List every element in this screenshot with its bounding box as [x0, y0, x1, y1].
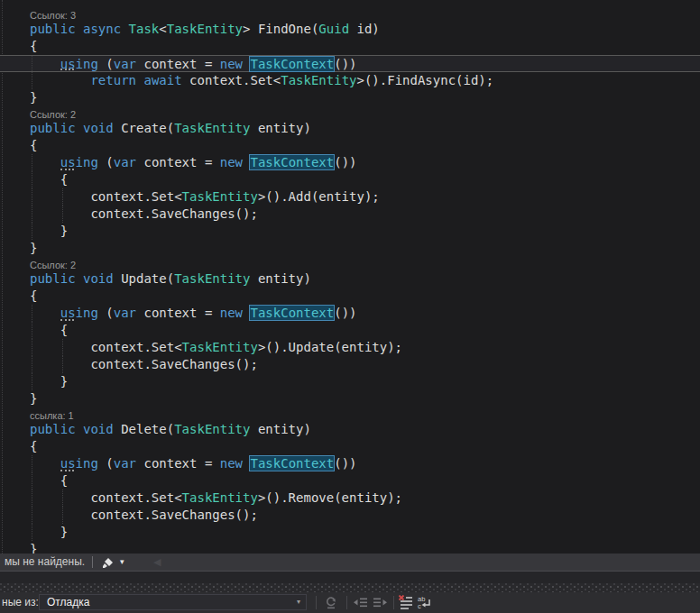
- code-token: FindOne: [258, 22, 311, 36]
- results-message-bar: мы не найдены. ▾ ◀: [0, 554, 700, 572]
- next-message-icon[interactable]: [373, 595, 388, 610]
- code-token: }: [30, 90, 37, 105]
- code-line[interactable]: }: [0, 240, 700, 257]
- code-editor[interactable]: Ссылок: 3public async Task<TaskEntity> F…: [0, 0, 700, 554]
- suggestion-dots: [60, 470, 74, 471]
- code-token: }: [30, 542, 37, 554]
- code-line[interactable]: }: [0, 223, 700, 240]
- code-token: entity): [250, 121, 310, 135]
- code-line[interactable]: {: [0, 38, 700, 55]
- panel-gap: [0, 572, 700, 583]
- code-line[interactable]: context.SaveChanges();: [0, 507, 700, 524]
- separator: [346, 596, 347, 609]
- code-token: id): [349, 22, 380, 36]
- indent-guide: [32, 305, 32, 322]
- code-token: (: [98, 57, 114, 71]
- chevron-down-icon[interactable]: ▾: [120, 554, 124, 571]
- code-token: {: [30, 39, 37, 53]
- code-token: Guid: [318, 22, 349, 36]
- code-line[interactable]: using (var context = new TaskContext()): [0, 305, 700, 322]
- code-line[interactable]: context.Set<TaskEntity>().Add(entity);: [0, 188, 700, 206]
- word-wrap-icon[interactable]: ab c: [417, 595, 432, 610]
- code-line[interactable]: using (var context = new TaskContext()): [0, 55, 700, 72]
- code-token: [30, 456, 60, 471]
- code-line[interactable]: {: [0, 322, 700, 339]
- code-token: (: [167, 271, 174, 286]
- code-token: TaskEntity: [281, 73, 356, 87]
- code-token: {: [30, 323, 68, 337]
- code-line[interactable]: }: [0, 390, 700, 407]
- code-token: ()): [334, 155, 356, 169]
- indent-guide: [32, 72, 32, 89]
- code-line[interactable]: {: [0, 438, 700, 455]
- code-line[interactable]: context.SaveChanges();: [0, 206, 700, 223]
- code-line[interactable]: }: [0, 373, 700, 390]
- codelens-references-link[interactable]: ссылка: 1: [0, 407, 700, 421]
- previous-message-icon[interactable]: [353, 595, 368, 610]
- code-token: ().Add(entity);: [265, 189, 379, 204]
- code-line[interactable]: public void Delete(TaskEntity entity): [0, 421, 700, 438]
- suggestion-dots: [60, 169, 74, 170]
- code-token: var: [114, 155, 136, 169]
- code-token: (: [167, 422, 174, 436]
- highlighted-symbol: TaskContext: [250, 456, 334, 471]
- codelens-label: Ссылок: 2: [30, 109, 76, 120]
- indent-guide: [32, 322, 32, 339]
- suggestion-dots: [60, 319, 74, 321]
- code-line[interactable]: context.Set<TaskEntity>().Update(entity)…: [0, 339, 700, 356]
- code-token: context: [136, 456, 205, 471]
- code-line[interactable]: public async Task<TaskEntity> FindOne(Gu…: [0, 21, 700, 38]
- code-line[interactable]: context.Set<TaskEntity>().Remove(entity)…: [0, 489, 700, 507]
- code-line[interactable]: {: [0, 472, 700, 489]
- code-token: TaskEntity: [182, 340, 258, 354]
- codelens-label: ссылка: 1: [30, 410, 74, 421]
- code-line[interactable]: {: [0, 171, 700, 188]
- codelens-references-link[interactable]: Ссылок: 3: [0, 7, 700, 21]
- code-token: =: [205, 456, 220, 471]
- code-token: <: [174, 490, 181, 505]
- find-message-icon[interactable]: [323, 595, 338, 610]
- code-token: return: [90, 73, 136, 87]
- code-token: [30, 57, 60, 71]
- code-line[interactable]: }: [0, 89, 700, 106]
- clear-all-icon[interactable]: [398, 595, 413, 610]
- highlighted-symbol: TaskContext: [250, 155, 334, 169]
- clear-filter-brush-icon[interactable]: [101, 555, 115, 570]
- code-token: using: [60, 155, 98, 169]
- code-token: }: [30, 391, 37, 406]
- code-token: {: [30, 439, 37, 453]
- code-token: new: [220, 155, 243, 169]
- code-line[interactable]: using (var context = new TaskContext()): [0, 154, 700, 171]
- code-line[interactable]: public void Update(TaskEntity entity): [0, 270, 700, 288]
- code-token: context: [136, 155, 205, 169]
- codelens-label: Ссылок: 2: [30, 260, 76, 270]
- code-token: (: [98, 306, 114, 320]
- code-token: (: [167, 121, 174, 135]
- code-line[interactable]: return await context.Set<TaskEntity>().F…: [0, 72, 700, 89]
- code-token: =: [205, 57, 220, 71]
- code-line[interactable]: {: [0, 137, 700, 154]
- splitter-grip[interactable]: [0, 583, 700, 592]
- code-token: ().Update(entity);: [265, 340, 402, 354]
- indent-guide: [32, 472, 32, 489]
- code-line[interactable]: }: [0, 524, 700, 541]
- output-source-combobox[interactable]: Отладка ▾: [39, 594, 307, 610]
- code-token: entity): [250, 271, 310, 286]
- code-token: var: [114, 306, 136, 320]
- scroll-left-icon[interactable]: ◀: [153, 554, 161, 571]
- codelens-references-link[interactable]: Ссылок: 2: [0, 257, 700, 270]
- indent-guide: [32, 507, 32, 524]
- code-line[interactable]: context.SaveChanges();: [0, 356, 700, 373]
- indent-guide: [32, 373, 32, 390]
- code-token: TaskEntity: [174, 271, 250, 286]
- code-line[interactable]: using (var context = new TaskContext()): [0, 455, 700, 472]
- codelens-references-link[interactable]: Ссылок: 2: [0, 106, 700, 120]
- code-line[interactable]: {: [0, 288, 700, 305]
- indent-guide: [62, 489, 63, 507]
- combobox-value: Отладка: [47, 595, 89, 609]
- code-line[interactable]: public void Create(TaskEntity entity): [0, 120, 700, 137]
- indent-guide: [62, 188, 63, 206]
- indent-guide: [32, 171, 32, 188]
- code-token: }: [30, 241, 37, 255]
- code-line[interactable]: }: [0, 541, 700, 554]
